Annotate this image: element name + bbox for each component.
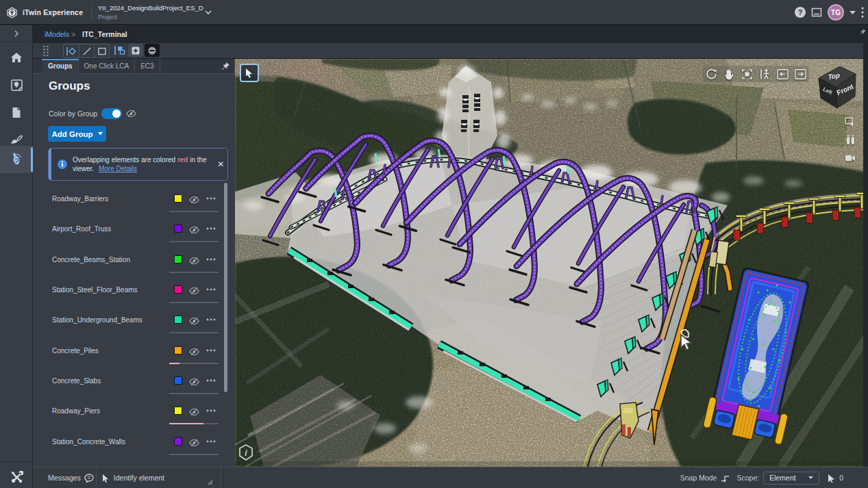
camera-button[interactable] [845,153,856,164]
group-color-swatch[interactable] [174,285,182,294]
project-dropdown-caret-icon[interactable] [205,10,212,14]
sidebar-expand-button[interactable] [0,25,33,42]
undo-view-button[interactable] [777,68,789,80]
group-more-menu[interactable] [206,440,216,443]
group-name[interactable]: Concrete_Piles [52,347,99,355]
group-row: Station_Steel_Floor_Beams [33,275,235,305]
more-options-kebab-icon[interactable] [861,7,864,18]
layers-button[interactable] [845,134,856,145]
viewport-3d[interactable] [235,59,863,467]
group-visibility-eye-icon[interactable] [189,285,200,294]
group-color-swatch[interactable] [174,316,182,324]
mouse-cursor [678,329,695,351]
group-name[interactable]: Concrete_Slabs [52,377,101,385]
info-icon [58,159,67,169]
sidebar-item-map[interactable] [0,71,33,99]
itwin-logo-icon[interactable] [6,7,18,18]
group-visibility-eye-icon[interactable] [189,407,200,415]
redo-view-button[interactable] [795,68,806,80]
measure-area-tool-button[interactable] [94,44,109,57]
snap-mode-label[interactable]: Snap Mode [680,474,717,482]
scope-select[interactable]: Element [763,472,819,485]
group-name[interactable]: Roadway_Barriers [52,195,108,203]
group-name[interactable]: Concrete_Beams_Station [52,256,130,264]
group-visibility-eye-icon[interactable] [189,194,200,203]
group-visibility-eye-icon[interactable] [189,346,200,355]
group-color-swatch[interactable] [174,255,182,264]
identify-element-section[interactable]: Identify element [97,467,174,488]
group-more-menu[interactable] [206,379,216,382]
group-name[interactable]: Roadway_Piers [52,407,100,415]
group-visibility-eye-icon[interactable] [189,255,200,264]
tab-groups[interactable]: Groups [42,59,79,74]
group-more-menu[interactable] [206,227,216,230]
groups-panel: Groups One Click LCA EC3 Groups Color by… [33,59,235,467]
walk-tool-button[interactable] [759,68,771,80]
group-color-swatch[interactable] [174,407,182,415]
group-color-swatch[interactable] [174,194,182,203]
orbit-tool-button[interactable] [706,68,717,80]
tab-one-click-lca[interactable]: One Click LCA [79,59,136,74]
sidebar-item-carbon[interactable] [0,146,33,173]
pan-tool-button[interactable] [723,68,735,80]
group-name[interactable]: Airport_Roof_Truss [52,225,111,233]
more-details-link[interactable]: More Details [99,165,137,172]
group-color-swatch[interactable] [174,437,182,446]
color-by-group-toggle[interactable] [101,108,122,119]
ellipsis-icon [206,379,216,382]
measure-line-tool-button[interactable] [79,44,94,57]
group-color-swatch[interactable] [174,376,182,385]
saved-views-button[interactable] [845,116,856,127]
group-more-menu[interactable] [206,318,216,321]
panel-toggle-button[interactable] [811,7,822,18]
group-progress-track [169,241,219,242]
resize-corner-icon[interactable] [208,480,213,485]
ellipsis-icon [206,318,216,321]
group-more-menu[interactable] [206,197,216,200]
sidebar-tools-button[interactable] [0,467,33,488]
breadcrumb-imodels[interactable]: iModels [45,30,69,38]
messages-button[interactable]: Messages 0 [33,467,96,488]
group-more-menu[interactable] [206,258,216,261]
info-close-button[interactable]: ✕ [214,159,227,169]
hide-elements-tool-button[interactable] [145,44,160,57]
group-visibility-eye-icon[interactable] [189,437,200,446]
select-elements-tool-button[interactable] [64,44,79,57]
ellipsis-icon [206,227,216,230]
map-attribution-icon[interactable]: i [238,444,253,461]
snap-mode-icon[interactable] [721,474,730,482]
sidebar-item-documents[interactable] [0,99,33,126]
help-button[interactable]: ? [795,7,806,18]
paintbrush-icon [10,135,23,145]
panel-scrollbar[interactable] [224,183,227,392]
group-name[interactable]: Station_Concrete_Walls [52,438,125,446]
avatar-dropdown-caret-icon[interactable] [850,11,856,14]
tab-ec3[interactable]: EC3 [135,59,160,74]
breadcrumb-pin-icon[interactable] [860,29,866,35]
group-name[interactable]: Station_Underground_Beams [52,316,142,324]
add-group-button[interactable]: Add Group [48,126,106,142]
isolate-elements-tool-button[interactable] [112,44,127,57]
group-visibility-eye-icon[interactable] [189,376,200,385]
group-visibility-eye-icon[interactable] [189,224,200,233]
view-cube[interactable]: Top Front Left [817,64,858,111]
group-name[interactable]: Station_Steel_Floor_Beams [52,286,138,294]
viewer-select-tool-button[interactable] [240,64,259,82]
group-visibility-eye-icon[interactable] [189,316,200,324]
fit-view-tool-button[interactable] [741,68,753,80]
group-more-menu[interactable] [206,409,216,412]
drag-grip-icon[interactable] [42,45,49,57]
status-bar: Messages 0 Identify element Snap Mode [33,467,868,488]
sidebar-item-home[interactable] [0,44,33,71]
group-more-menu[interactable] [206,288,216,291]
group-color-swatch[interactable] [174,224,182,233]
scope-caret-icon [808,476,813,479]
project-name[interactable]: YII_2024_DesignBuildProject_ES_D [98,4,203,12]
eye-slash-icon [189,226,199,234]
user-avatar[interactable]: TG [828,4,844,21]
group-color-swatch[interactable] [174,346,182,355]
pin-icon[interactable] [221,62,230,70]
emphasize-elements-tool-button[interactable] [128,44,143,57]
group-more-menu[interactable] [206,349,216,352]
hide-colors-eye-icon[interactable] [126,110,136,118]
